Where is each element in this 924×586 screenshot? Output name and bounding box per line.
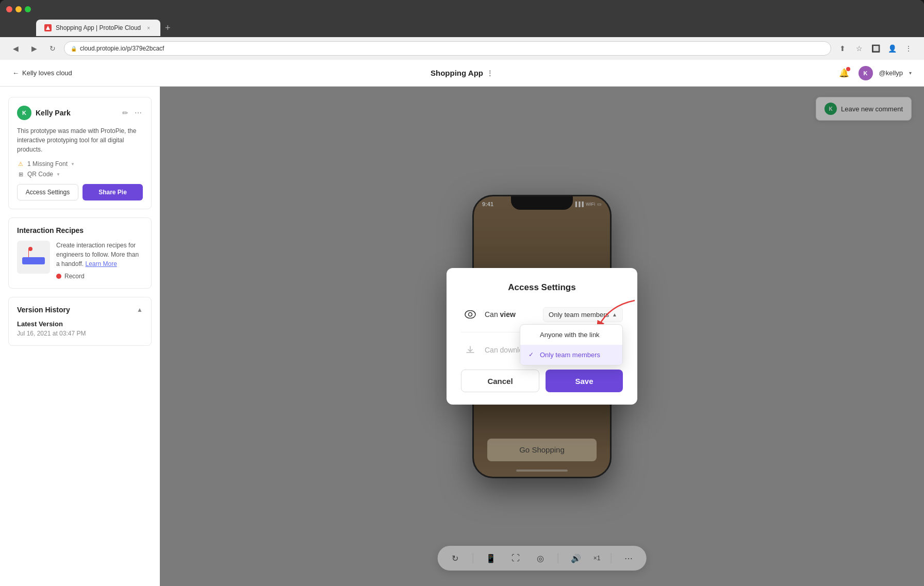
tab-favicon [44, 24, 52, 31]
more-options-button[interactable]: ⋯ [134, 108, 143, 118]
bookmark-icon[interactable]: ☆ [852, 41, 866, 56]
main-layout: K Kelly Park ✏ ⋯ This prototype was made… [0, 87, 924, 586]
access-settings-button[interactable]: Access Settings [17, 184, 78, 200]
svg-point-0 [465, 311, 475, 319]
back-button[interactable]: ◀ [8, 41, 23, 56]
minimize-traffic-light[interactable] [15, 6, 22, 12]
user-name: Kelly Park [36, 109, 71, 117]
profile-icon[interactable]: 👤 [885, 41, 899, 56]
dropdown-selected-value: Only team members [549, 311, 609, 319]
record-label: Record [64, 273, 85, 280]
version-history-card: Version History ▲ Latest Version Jul 16,… [8, 297, 152, 346]
missing-font-label: 1 Missing Font [27, 160, 68, 168]
recipe-dot [28, 247, 32, 251]
card-buttons: Access Settings Share Pie [17, 184, 143, 200]
edit-button[interactable]: ✏ [121, 108, 129, 118]
forward-button[interactable]: ▶ [27, 41, 41, 56]
record-button[interactable]: Record [56, 273, 143, 280]
qr-icon: ⊞ [17, 171, 24, 178]
check-selected-icon: ✓ [529, 351, 536, 358]
can-view-label: Can view [485, 310, 516, 319]
browser-toolbar-icons: ⬆ ☆ 🔲 👤 ⋮ [835, 41, 916, 56]
username-dropdown-arrow[interactable]: ▾ [909, 70, 912, 76]
modal-overlay: Access Settings Can view [160, 87, 924, 586]
app-title: Shopping App [431, 69, 483, 77]
avatar: K [17, 106, 31, 120]
cancel-button[interactable]: Cancel [461, 370, 539, 392]
eye-icon [461, 305, 480, 324]
tab-title: Shopping App | ProtoPie Cloud [56, 24, 141, 31]
warning-icon: ⚠ [17, 160, 24, 168]
extensions-icon[interactable]: 🔲 [868, 41, 883, 56]
version-date: Jul 16, 2021 at 03:47 PM [17, 330, 143, 337]
notification-dot [846, 67, 850, 71]
dropdown-caret-icon: ▲ [612, 312, 617, 317]
browser-tab[interactable]: Shopping App | ProtoPie Cloud × [36, 20, 160, 36]
share-icon[interactable]: ⬆ [835, 41, 850, 56]
version-collapse-icon[interactable]: ▲ [137, 306, 143, 313]
record-dot-icon [56, 274, 61, 279]
tab-close-btn[interactable]: × [145, 24, 152, 31]
close-traffic-light[interactable] [6, 6, 12, 12]
recipes-content: Create interaction recipes for engineers… [17, 241, 143, 280]
card-header: K Kelly Park ✏ ⋯ [17, 106, 143, 120]
recipes-card: Interaction Recipes Create interaction r… [8, 217, 152, 289]
recipe-bar [22, 257, 45, 264]
dropdown-item-team-label: Only team members [540, 351, 600, 359]
tab-bar: Shopping App | ProtoPie Cloud × + [0, 19, 924, 37]
back-link[interactable]: ← Kelly loves cloud [12, 69, 72, 77]
learn-more-link[interactable]: Learn More [86, 260, 117, 267]
user-avatar-header: K [859, 66, 873, 80]
version-title: Version History [17, 306, 70, 314]
dropdown-item-anyone-label: Anyone with the link [540, 331, 600, 339]
app-title-more[interactable]: ⋮ [486, 69, 493, 77]
qr-code-row[interactable]: ⊞ QR Code ▼ [17, 171, 143, 178]
recipes-title: Interaction Recipes [17, 226, 143, 235]
browser-titlebar [0, 0, 924, 19]
missing-font-chevron: ▼ [71, 162, 75, 166]
username-label[interactable]: @kellyp [879, 69, 903, 77]
card-actions: ✏ ⋯ [121, 108, 143, 118]
browser-toolbar: ◀ ▶ ↻ 🔒 cloud.protopie.io/p/379e2bcacf ⬆… [0, 37, 924, 60]
modal-buttons: Cancel Save [461, 370, 623, 392]
recipe-preview [17, 241, 50, 274]
qr-chevron: ▼ [56, 172, 60, 177]
more-icon[interactable]: ⋮ [901, 41, 916, 56]
modal-title: Access Settings [461, 282, 623, 293]
version-header: Version History ▲ [17, 306, 143, 314]
dropdown-trigger[interactable]: Only team members ▲ [543, 307, 623, 322]
sidebar: K Kelly Park ✏ ⋯ This prototype was made… [0, 87, 160, 586]
address-text: cloud.protopie.io/p/379e2bcacf [80, 45, 164, 52]
recipes-description: Create interaction recipes for engineers… [56, 241, 143, 269]
address-bar[interactable]: 🔒 cloud.protopie.io/p/379e2bcacf [64, 41, 831, 56]
qr-code-label: QR Code [27, 171, 53, 178]
download-icon [461, 341, 480, 359]
app-header: ← Kelly loves cloud Shopping App ⋮ 🔔 K @… [0, 60, 924, 87]
access-settings-modal: Access Settings Can view [447, 268, 637, 405]
prototype-description: This prototype was made with ProtoPie, t… [17, 126, 143, 154]
header-right: 🔔 K @kellyp ▾ [836, 65, 912, 81]
missing-font-row[interactable]: ⚠ 1 Missing Font ▼ [17, 160, 143, 168]
browser-window: Shopping App | ProtoPie Cloud × + ◀ ▶ ↻ … [0, 0, 924, 586]
dropdown-item-team-only[interactable]: ✓ Only team members [520, 345, 622, 365]
maximize-traffic-light[interactable] [25, 6, 31, 12]
new-tab-button[interactable]: + [160, 21, 175, 35]
can-view-row: Can view Only team members ▲ [461, 305, 623, 332]
recipes-text-block: Create interaction recipes for engineers… [56, 241, 143, 280]
app-title-center: Shopping App ⋮ [431, 69, 493, 77]
main-content: K Leave new comment 9:41 ▐▐▐ WiFi ▭ [160, 87, 924, 586]
share-pie-button[interactable]: Share Pie [82, 184, 143, 200]
svg-point-1 [469, 313, 472, 316]
address-lock-icon: 🔒 [71, 46, 77, 52]
refresh-button[interactable]: ↻ [45, 41, 60, 56]
notification-button[interactable]: 🔔 [836, 65, 852, 81]
version-latest-label: Latest Version [17, 320, 143, 328]
back-arrow-icon: ← [12, 69, 19, 77]
prototype-info-card: K Kelly Park ✏ ⋯ This prototype was made… [8, 97, 152, 209]
dropdown-item-anyone[interactable]: Anyone with the link [520, 325, 622, 345]
dropdown-menu: Anyone with the link ✓ Only team members [520, 324, 623, 365]
back-label: Kelly loves cloud [22, 69, 72, 77]
save-button[interactable]: Save [546, 370, 623, 392]
app-content: ← Kelly loves cloud Shopping App ⋮ 🔔 K @… [0, 60, 924, 586]
can-view-dropdown[interactable]: Only team members ▲ Anyone with the link [543, 307, 623, 322]
